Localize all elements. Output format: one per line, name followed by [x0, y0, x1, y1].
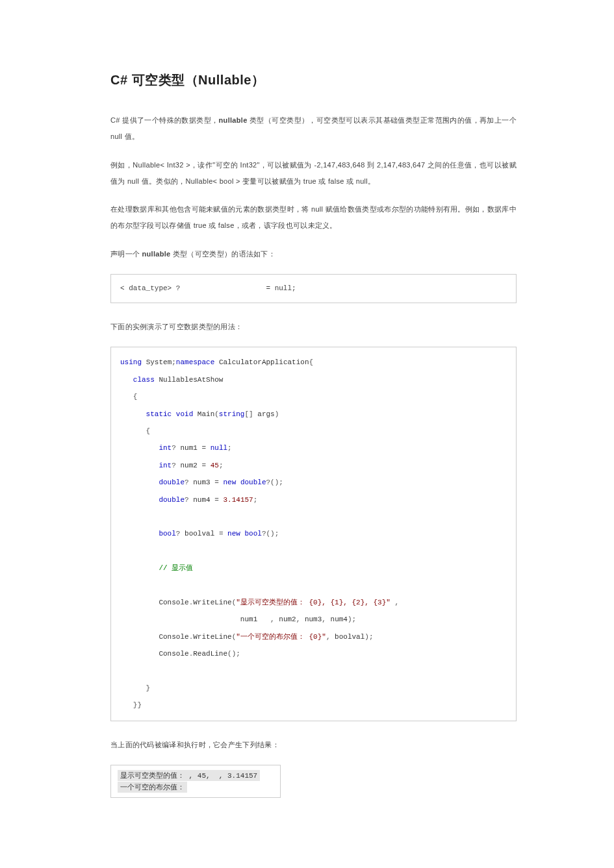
syntax-codebox: < data_type> ? = null;	[110, 274, 517, 303]
page-title: C# 可空类型（Nullable）	[110, 71, 517, 89]
text: C# 提供了一个特殊的数据类型，	[110, 116, 219, 124]
example-label: 下面的实例演示了可空数据类型的用法：	[110, 319, 517, 335]
text: 类型（可空类型）的语法如下：	[171, 250, 276, 258]
nullable-bold: nullable	[142, 250, 171, 258]
output-box: 显示可空类型的值： , 45, , 3.14157 一个可空的布尔值：	[110, 765, 281, 798]
intro-paragraph-1: C# 提供了一个特殊的数据类型，nullable 类型（可空类型），可空类型可以…	[110, 112, 517, 145]
text: 声明一个	[110, 250, 142, 258]
intro-paragraph-3: 在处理数据库和其他包含可能未赋值的元素的数据类型时，将 null 赋值给数值类型…	[110, 201, 517, 234]
intro-paragraph-2: 例如，Nullable< Int32 >，读作"可空的 Int32"，可以被赋值…	[110, 157, 517, 190]
syntax-label: 声明一个 nullable 类型（可空类型）的语法如下：	[110, 246, 517, 262]
document-page: C# 可空类型（Nullable） C# 提供了一个特殊的数据类型，nullab…	[0, 0, 614, 852]
output-line-2: 一个可空的布尔值：	[118, 782, 187, 793]
result-label: 当上面的代码被编译和执行时，它会产生下列结果：	[110, 737, 517, 753]
code-line: < data_type> ? = null;	[120, 284, 296, 292]
output-line-1: 显示可空类型的值： , 45, , 3.14157	[118, 770, 260, 781]
nullable-bold: nullable	[219, 116, 248, 124]
example-codebox: using System;namespace CalculatorApplica…	[110, 347, 517, 721]
